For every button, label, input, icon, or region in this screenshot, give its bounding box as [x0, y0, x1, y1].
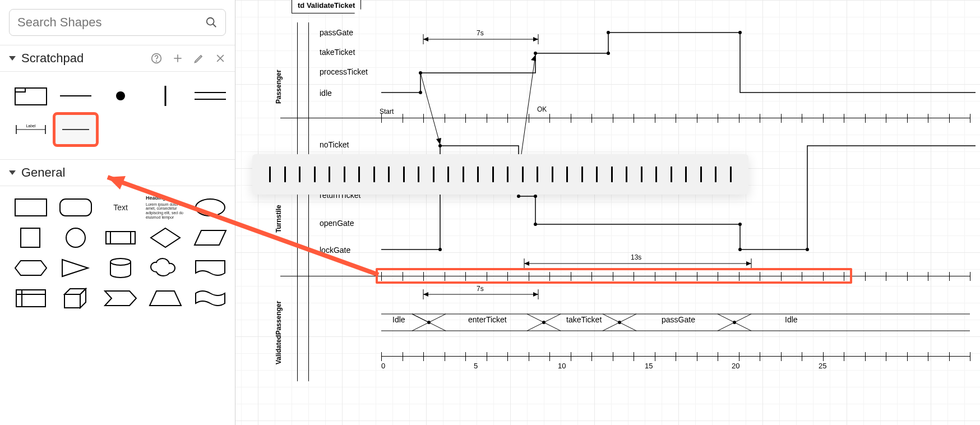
svg-point-76 [427, 321, 431, 324]
shape-square[interactable] [11, 227, 50, 249]
svg-rect-8 [15, 88, 47, 105]
svg-point-0 [207, 18, 214, 25]
shape-cylinder[interactable] [101, 257, 140, 279]
svg-point-63 [806, 248, 809, 251]
shape-step[interactable] [101, 287, 140, 309]
axis-5: 5 [474, 362, 478, 370]
svg-point-3 [156, 61, 157, 62]
svg-point-56 [438, 248, 442, 251]
shape-heading[interactable]: HeadingLorem ipsum dolor sit amet, conse… [146, 196, 185, 219]
shape-text[interactable]: Text [101, 196, 140, 219]
svg-marker-48 [423, 37, 428, 41]
collapse-icon [9, 170, 16, 175]
svg-rect-20 [15, 199, 47, 216]
svg-point-24 [66, 228, 85, 247]
svg-marker-30 [15, 261, 47, 275]
shape-process[interactable] [101, 227, 140, 249]
shape-line[interactable] [56, 82, 95, 110]
canvas[interactable]: td ValidateTicket Passenger passGate tak… [235, 0, 980, 425]
help-icon[interactable] [151, 53, 162, 64]
svg-point-60 [534, 223, 537, 226]
svg-point-57 [438, 144, 442, 147]
highlight-turnstile-axis [376, 268, 852, 284]
svg-marker-40 [150, 291, 181, 306]
vp-passgate: passGate [662, 315, 695, 324]
close-icon[interactable] [215, 53, 226, 64]
svg-marker-31 [62, 260, 88, 276]
state-processticket: processTicket [320, 67, 368, 76]
svg-point-61 [738, 223, 742, 226]
state-opengate: openGate [320, 219, 354, 228]
shape-hexagon[interactable] [11, 257, 50, 279]
svg-point-22 [196, 199, 225, 216]
search-box[interactable] [9, 9, 226, 36]
general-header[interactable]: General [0, 159, 235, 186]
shape-label-dim[interactable]: Label [11, 116, 50, 144]
state-idle: idle [320, 89, 332, 98]
add-icon[interactable] [172, 53, 183, 64]
lane-sep-1 [280, 118, 970, 118]
svg-marker-65 [524, 261, 529, 266]
lane-validated-label: ValidatedPassenger [275, 301, 283, 364]
shape-folder[interactable] [11, 82, 50, 110]
scratchpad-title: Scratchpad [21, 51, 145, 66]
shape-double-line[interactable] [191, 82, 230, 110]
shape-cloud[interactable] [146, 257, 185, 279]
lane-left-border [297, 22, 298, 381]
vp-idle2: Idle [785, 315, 798, 324]
svg-marker-36 [64, 294, 80, 308]
svg-point-78 [618, 321, 621, 324]
lane-turnstile-label: Turnstile [275, 205, 283, 233]
shape-circle[interactable] [56, 227, 95, 249]
axis-15: 15 [645, 362, 653, 370]
svg-point-46 [738, 31, 742, 34]
shape-internal-storage[interactable] [11, 287, 50, 309]
shape-hline-highlighted[interactable] [56, 116, 95, 144]
shape-trapezoid[interactable] [146, 287, 185, 309]
svg-point-45 [607, 31, 610, 34]
svg-point-77 [542, 321, 546, 324]
state-passgate: passGate [320, 28, 353, 37]
label-13s: 13s [631, 253, 641, 261]
svg-marker-66 [746, 261, 751, 266]
diagram-frame: td ValidateTicket Passenger passGate tak… [280, 0, 970, 425]
sidebar: Scratchpad Label General Text HeadingLor… [0, 0, 235, 425]
shape-document[interactable] [191, 257, 230, 279]
shape-tape[interactable] [191, 287, 230, 309]
search-icon [205, 16, 218, 29]
scratchpad-body: Label [0, 72, 235, 159]
scratchpad-actions [151, 53, 226, 64]
state-taketicket: takeTicket [320, 48, 355, 57]
axis-20: 20 [732, 362, 739, 370]
shape-diamond[interactable] [146, 227, 185, 249]
shape-dot[interactable] [101, 82, 140, 110]
svg-point-58 [517, 195, 520, 198]
lane-passenger-label: Passenger [275, 70, 283, 104]
svg-marker-70 [423, 292, 428, 297]
shape-triangle[interactable] [56, 257, 95, 279]
shape-ellipse[interactable] [191, 196, 230, 219]
svg-marker-55 [531, 55, 536, 61]
label-7s-bottom: 7s [477, 285, 484, 293]
svg-rect-9 [15, 88, 25, 92]
svg-rect-21 [60, 199, 91, 216]
shape-rect[interactable] [11, 196, 50, 219]
floating-ruler[interactable] [252, 154, 748, 195]
shape-cube[interactable] [56, 287, 95, 309]
shape-vline[interactable] [146, 82, 185, 110]
svg-point-79 [733, 321, 736, 324]
svg-point-11 [116, 91, 125, 100]
svg-marker-29 [195, 230, 226, 245]
svg-line-52 [420, 73, 440, 145]
label-7s-top: 7s [477, 29, 484, 37]
search-input[interactable] [17, 15, 205, 30]
diagram-title: td ValidateTicket [292, 0, 361, 13]
axis-25: 25 [819, 362, 826, 370]
general-body: Text HeadingLorem ipsum dolor sit amet, … [0, 186, 235, 320]
vp-enterticket: enterTicket [468, 315, 507, 324]
bottom-axis [381, 356, 970, 357]
shape-parallelogram[interactable] [191, 227, 230, 249]
shape-roundrect[interactable] [56, 196, 95, 219]
edit-icon[interactable] [193, 53, 205, 64]
scratchpad-header[interactable]: Scratchpad [0, 45, 235, 72]
